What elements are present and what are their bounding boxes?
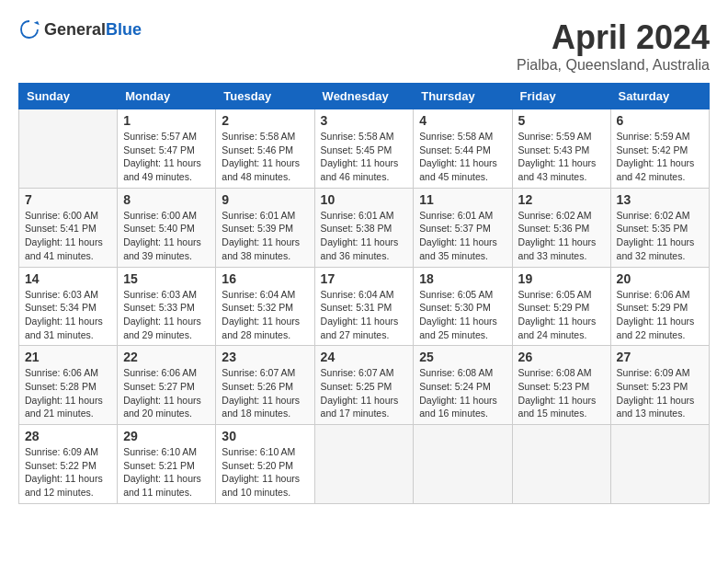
logo-general: General: [44, 20, 106, 39]
day-info: Sunrise: 6:04 AM Sunset: 5:32 PM Dayligh…: [222, 288, 308, 342]
logo-text: GeneralBlue: [44, 20, 142, 40]
week-row-1: 1Sunrise: 5:57 AM Sunset: 5:47 PM Daylig…: [19, 109, 710, 189]
day-number: 8: [123, 192, 210, 207]
calendar: SundayMondayTuesdayWednesdayThursdayFrid…: [18, 83, 710, 504]
day-info: Sunrise: 6:09 AM Sunset: 5:22 PM Dayligh…: [25, 445, 111, 500]
day-info: Sunrise: 6:10 AM Sunset: 5:20 PM Dayligh…: [222, 445, 308, 500]
calendar-header-wednesday: Wednesday: [314, 84, 414, 109]
day-number: 11: [419, 192, 506, 207]
day-number: 4: [419, 113, 506, 128]
location-title: Pialba, Queensland, Australia: [517, 57, 710, 74]
day-number: 27: [617, 350, 703, 364]
day-number: 21: [25, 350, 111, 364]
day-info: Sunrise: 6:02 AM Sunset: 5:36 PM Dayligh…: [518, 209, 605, 263]
day-info: Sunrise: 6:01 AM Sunset: 5:38 PM Dayligh…: [321, 209, 408, 263]
day-info: Sunrise: 6:08 AM Sunset: 5:24 PM Dayligh…: [419, 366, 506, 420]
day-info: Sunrise: 6:02 AM Sunset: 5:35 PM Dayligh…: [617, 209, 703, 263]
day-number: 2: [222, 113, 308, 128]
calendar-cell: 15Sunrise: 6:03 AM Sunset: 5:33 PM Dayli…: [118, 267, 216, 346]
calendar-header-friday: Friday: [512, 84, 610, 109]
calendar-cell: 10Sunrise: 6:01 AM Sunset: 5:38 PM Dayli…: [314, 188, 414, 267]
day-info: Sunrise: 6:00 AM Sunset: 5:40 PM Dayligh…: [123, 209, 210, 263]
calendar-cell: 4Sunrise: 5:58 AM Sunset: 5:44 PM Daylig…: [414, 109, 512, 189]
calendar-cell: 29Sunrise: 6:10 AM Sunset: 5:21 PM Dayli…: [118, 425, 216, 504]
day-info: Sunrise: 6:06 AM Sunset: 5:27 PM Dayligh…: [123, 366, 210, 420]
day-number: 14: [25, 271, 111, 286]
day-number: 9: [222, 192, 308, 207]
day-info: Sunrise: 6:07 AM Sunset: 5:26 PM Dayligh…: [222, 366, 308, 420]
day-number: 17: [321, 271, 408, 286]
day-number: 1: [123, 113, 210, 128]
day-info: Sunrise: 5:57 AM Sunset: 5:47 PM Dayligh…: [123, 130, 210, 184]
day-number: 26: [518, 350, 605, 364]
week-row-3: 14Sunrise: 6:03 AM Sunset: 5:34 PM Dayli…: [19, 267, 710, 346]
calendar-cell: 24Sunrise: 6:07 AM Sunset: 5:25 PM Dayli…: [314, 346, 414, 425]
calendar-header-saturday: Saturday: [610, 84, 709, 109]
day-number: 23: [222, 350, 308, 364]
calendar-cell: 8Sunrise: 6:00 AM Sunset: 5:40 PM Daylig…: [118, 188, 216, 267]
calendar-cell: 30Sunrise: 6:10 AM Sunset: 5:20 PM Dayli…: [216, 425, 314, 504]
calendar-cell: 1Sunrise: 5:57 AM Sunset: 5:47 PM Daylig…: [118, 109, 216, 189]
calendar-cell: 25Sunrise: 6:08 AM Sunset: 5:24 PM Dayli…: [414, 346, 512, 425]
day-info: Sunrise: 6:05 AM Sunset: 5:29 PM Dayligh…: [518, 288, 605, 342]
day-number: 22: [123, 350, 210, 364]
week-row-5: 28Sunrise: 6:09 AM Sunset: 5:22 PM Dayli…: [19, 425, 710, 504]
calendar-cell: 9Sunrise: 6:01 AM Sunset: 5:39 PM Daylig…: [216, 188, 314, 267]
calendar-cell: 27Sunrise: 6:09 AM Sunset: 5:23 PM Dayli…: [610, 346, 709, 425]
day-number: 10: [321, 192, 408, 207]
day-info: Sunrise: 5:59 AM Sunset: 5:42 PM Dayligh…: [617, 130, 703, 184]
calendar-cell: 14Sunrise: 6:03 AM Sunset: 5:34 PM Dayli…: [19, 267, 118, 346]
calendar-header-sunday: Sunday: [19, 84, 118, 109]
month-title: April 2024: [517, 18, 710, 57]
calendar-cell: [512, 425, 610, 504]
day-number: 6: [617, 113, 703, 128]
day-info: Sunrise: 6:07 AM Sunset: 5:25 PM Dayligh…: [321, 366, 408, 420]
day-info: Sunrise: 6:08 AM Sunset: 5:23 PM Dayligh…: [518, 366, 605, 420]
day-number: 20: [617, 271, 703, 286]
day-info: Sunrise: 5:58 AM Sunset: 5:45 PM Dayligh…: [321, 130, 408, 184]
day-number: 28: [25, 429, 111, 443]
calendar-cell: 17Sunrise: 6:04 AM Sunset: 5:31 PM Dayli…: [314, 267, 414, 346]
calendar-header-thursday: Thursday: [414, 84, 512, 109]
day-number: 18: [419, 271, 506, 286]
day-number: 3: [321, 113, 408, 128]
calendar-cell: 2Sunrise: 5:58 AM Sunset: 5:46 PM Daylig…: [216, 109, 314, 189]
calendar-cell: [610, 425, 709, 504]
day-number: 13: [617, 192, 703, 207]
calendar-cell: 20Sunrise: 6:06 AM Sunset: 5:29 PM Dayli…: [610, 267, 709, 346]
calendar-cell: 13Sunrise: 6:02 AM Sunset: 5:35 PM Dayli…: [610, 188, 709, 267]
calendar-cell: 19Sunrise: 6:05 AM Sunset: 5:29 PM Dayli…: [512, 267, 610, 346]
day-info: Sunrise: 5:59 AM Sunset: 5:43 PM Dayligh…: [518, 130, 605, 184]
day-number: 5: [518, 113, 605, 128]
day-info: Sunrise: 6:06 AM Sunset: 5:29 PM Dayligh…: [617, 288, 703, 342]
day-info: Sunrise: 6:01 AM Sunset: 5:37 PM Dayligh…: [419, 209, 506, 263]
day-info: Sunrise: 6:05 AM Sunset: 5:30 PM Dayligh…: [419, 288, 506, 342]
day-info: Sunrise: 6:04 AM Sunset: 5:31 PM Dayligh…: [321, 288, 408, 342]
calendar-cell: 5Sunrise: 5:59 AM Sunset: 5:43 PM Daylig…: [512, 109, 610, 189]
calendar-cell: 18Sunrise: 6:05 AM Sunset: 5:30 PM Dayli…: [414, 267, 512, 346]
day-number: 25: [419, 350, 506, 364]
logo: GeneralBlue: [18, 18, 142, 40]
header: GeneralBlue April 2024 Pialba, Queenslan…: [18, 18, 710, 74]
calendar-cell: 6Sunrise: 5:59 AM Sunset: 5:42 PM Daylig…: [610, 109, 709, 189]
day-info: Sunrise: 6:06 AM Sunset: 5:28 PM Dayligh…: [25, 366, 111, 420]
day-number: 16: [222, 271, 308, 286]
calendar-cell: [19, 109, 118, 189]
calendar-header-monday: Monday: [118, 84, 216, 109]
title-area: April 2024 Pialba, Queensland, Australia: [517, 18, 710, 74]
logo-icon: [18, 18, 40, 40]
week-row-4: 21Sunrise: 6:06 AM Sunset: 5:28 PM Dayli…: [19, 346, 710, 425]
calendar-cell: 26Sunrise: 6:08 AM Sunset: 5:23 PM Dayli…: [512, 346, 610, 425]
day-number: 24: [321, 350, 408, 364]
day-info: Sunrise: 6:03 AM Sunset: 5:34 PM Dayligh…: [25, 288, 111, 342]
day-info: Sunrise: 5:58 AM Sunset: 5:44 PM Dayligh…: [419, 130, 506, 184]
calendar-cell: 12Sunrise: 6:02 AM Sunset: 5:36 PM Dayli…: [512, 188, 610, 267]
calendar-cell: 11Sunrise: 6:01 AM Sunset: 5:37 PM Dayli…: [414, 188, 512, 267]
day-info: Sunrise: 5:58 AM Sunset: 5:46 PM Dayligh…: [222, 130, 308, 184]
week-row-2: 7Sunrise: 6:00 AM Sunset: 5:41 PM Daylig…: [19, 188, 710, 267]
day-info: Sunrise: 6:01 AM Sunset: 5:39 PM Dayligh…: [222, 209, 308, 263]
day-number: 15: [123, 271, 210, 286]
calendar-cell: 23Sunrise: 6:07 AM Sunset: 5:26 PM Dayli…: [216, 346, 314, 425]
day-info: Sunrise: 6:10 AM Sunset: 5:21 PM Dayligh…: [123, 445, 210, 500]
day-number: 19: [518, 271, 605, 286]
